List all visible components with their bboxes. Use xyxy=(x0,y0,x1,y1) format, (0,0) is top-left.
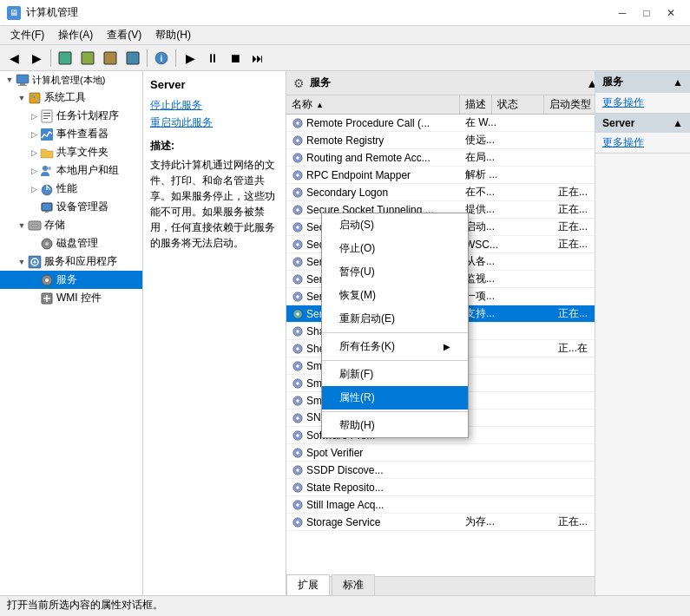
tree-toggle-wmi[interactable] xyxy=(28,292,40,305)
restart-service-link[interactable]: 重启动此服务 xyxy=(150,115,279,130)
menu-help[interactable]: 帮助(H) xyxy=(148,26,198,44)
toolbar-btn2[interactable] xyxy=(77,48,98,69)
svg-point-44 xyxy=(296,226,299,229)
tree-toggle-services[interactable] xyxy=(28,274,40,286)
service-name-text: Storage Service xyxy=(306,516,380,528)
services-header-title: 服务 xyxy=(310,75,331,90)
toolbar-stop[interactable]: ⏹ xyxy=(225,48,246,69)
close-button[interactable]: ✕ xyxy=(659,3,683,23)
col-header-name[interactable]: 名称 ▲ xyxy=(286,95,460,114)
tab-standard[interactable]: 标准 xyxy=(332,574,375,595)
col-header-status[interactable]: 状态 xyxy=(492,95,544,114)
service-desc-cell xyxy=(460,410,553,426)
tree-disk-mgmt[interactable]: 磁盘管理 xyxy=(0,234,142,252)
toolbar-btn3[interactable] xyxy=(100,48,121,69)
tree-toggle-task[interactable]: ▷ xyxy=(28,110,40,122)
col-header-desc[interactable]: 描述 xyxy=(460,95,492,114)
service-name-text: Spot Verifier xyxy=(306,447,363,459)
toolbar-back[interactable]: ◀ xyxy=(3,48,24,69)
tree-toggle-root[interactable]: ▼ xyxy=(3,74,16,86)
svg-point-74 xyxy=(296,486,299,489)
tree-toggle-svcapps[interactable]: ▼ xyxy=(16,256,28,268)
services-header-expand[interactable]: ▲ xyxy=(586,76,595,90)
toolbar-info[interactable]: i xyxy=(151,48,172,69)
context-menu-item[interactable]: 暂停(U) xyxy=(322,260,468,284)
tree-task-scheduler[interactable]: ▷ 任务计划程序 xyxy=(0,107,142,125)
svg-point-72 xyxy=(296,469,299,472)
service-row[interactable]: Remote Registry使远... xyxy=(286,132,595,149)
tree-wmi[interactable]: WMI 控件 xyxy=(0,289,142,307)
service-row[interactable]: Spot Verifier xyxy=(286,444,595,462)
service-row[interactable]: RPC Endpoint Mapper解析 ... xyxy=(286,167,595,184)
actions-collapse-icon[interactable]: ▲ xyxy=(673,76,683,88)
menu-action[interactable]: 操作(A) xyxy=(51,26,100,44)
menu-file[interactable]: 文件(F) xyxy=(3,26,51,44)
tree-toggle-perf[interactable]: ▷ xyxy=(28,183,40,195)
context-menu-item[interactable]: 帮助(H) xyxy=(322,414,468,437)
service-desc-cell xyxy=(460,444,553,461)
context-menu-item[interactable]: 停止(O) xyxy=(322,237,468,260)
tree-performance[interactable]: ▷ 性能 xyxy=(0,180,142,198)
tree-local-users[interactable]: ▷ 本地用户和组 xyxy=(0,161,142,180)
toolbar-forward[interactable]: ▶ xyxy=(26,48,47,69)
service-desc-cell: 在不... xyxy=(460,184,553,200)
context-menu-item[interactable]: 刷新(F) xyxy=(322,363,468,386)
tree-services[interactable]: 服务 xyxy=(0,271,142,289)
service-row[interactable]: Remote Procedure Call (...在 W... xyxy=(286,115,595,132)
menu-view[interactable]: 查看(V) xyxy=(100,26,148,44)
service-row[interactable]: State Reposito... xyxy=(286,479,595,496)
tree-toggle-storage[interactable]: ▼ xyxy=(16,220,28,232)
tree-toggle-disk[interactable] xyxy=(28,238,40,250)
service-row[interactable]: Routing and Remote Acc...在局... xyxy=(286,149,595,167)
tree-toggle-device[interactable] xyxy=(28,201,40,213)
tree-system-tools[interactable]: ▼ 🔧 系统工具 xyxy=(0,88,142,107)
tree-toggle-shared[interactable]: ▷ xyxy=(28,147,40,159)
service-row[interactable]: Storage Service为存...正在... xyxy=(286,514,595,531)
toolbar-skip[interactable]: ⏭ xyxy=(247,48,268,69)
toolbar-sep3 xyxy=(175,49,176,67)
service-row[interactable]: Secondary Logon在不...正在... xyxy=(286,184,595,201)
svg-rect-7 xyxy=(20,83,25,85)
maximize-button[interactable]: □ xyxy=(634,3,659,23)
service-icon xyxy=(292,516,304,528)
tree-shared-folders[interactable]: ▷ 共享文件夹 xyxy=(0,143,142,161)
svg-point-60 xyxy=(296,364,299,368)
tree-event-viewer[interactable]: ▷ 事件查看器 xyxy=(0,125,142,143)
context-menu-item[interactable]: 属性(R) xyxy=(322,386,468,410)
stop-service-link[interactable]: 停止此服务 xyxy=(150,98,279,113)
svg-point-68 xyxy=(296,434,299,437)
context-menu-item[interactable]: 所有任务(K)▶ xyxy=(322,335,468,358)
services-panel-header: ⚙ 服务 ▲ xyxy=(286,71,595,95)
service-icon xyxy=(292,291,304,303)
tree-toggle-event[interactable]: ▷ xyxy=(28,128,40,141)
toolbar-play[interactable]: ▶ xyxy=(180,48,200,69)
col-header-startup[interactable]: 启动类型 xyxy=(544,95,595,114)
svg-rect-3 xyxy=(127,52,139,64)
service-status-cell xyxy=(553,479,595,495)
svg-point-36 xyxy=(296,156,299,160)
actions-server-collapse-icon[interactable]: ▲ xyxy=(673,117,683,129)
service-status-cell xyxy=(553,149,595,166)
context-menu-item[interactable]: 启动(S) xyxy=(322,213,468,237)
service-row[interactable]: Still Image Acq... xyxy=(286,496,595,514)
context-menu-item[interactable]: 恢复(M) xyxy=(322,284,468,307)
tree-storage[interactable]: ▼ 存储 xyxy=(0,216,142,234)
context-menu-item[interactable]: 重新启动(E) xyxy=(322,307,468,331)
actions-more-services[interactable]: 更多操作 xyxy=(595,93,690,113)
tree-root[interactable]: ▼ 计算机管理(本地) xyxy=(0,71,142,88)
service-status-cell xyxy=(553,375,595,391)
toolbar-btn4[interactable] xyxy=(122,48,143,69)
tree-device-manager[interactable]: 设备管理器 xyxy=(0,198,142,216)
window-title: 计算机管理 xyxy=(26,5,78,20)
toolbar-pause[interactable]: ⏸ xyxy=(202,48,223,69)
tab-expand[interactable]: 扩展 xyxy=(286,574,330,595)
tree-toggle-users[interactable]: ▷ xyxy=(28,165,40,177)
minimize-button[interactable]: ─ xyxy=(610,3,634,23)
tree-toggle-system[interactable]: ▼ xyxy=(16,92,28,104)
context-menu-separator xyxy=(322,332,468,333)
toolbar-btn1[interactable] xyxy=(55,48,76,69)
context-menu-item-label: 停止(O) xyxy=(339,241,375,256)
tree-services-apps[interactable]: ▼ 服务和应用程序 xyxy=(0,252,142,271)
service-row[interactable]: SSDP Discove... xyxy=(286,462,595,479)
actions-more-server[interactable]: 更多操作 xyxy=(595,133,690,153)
